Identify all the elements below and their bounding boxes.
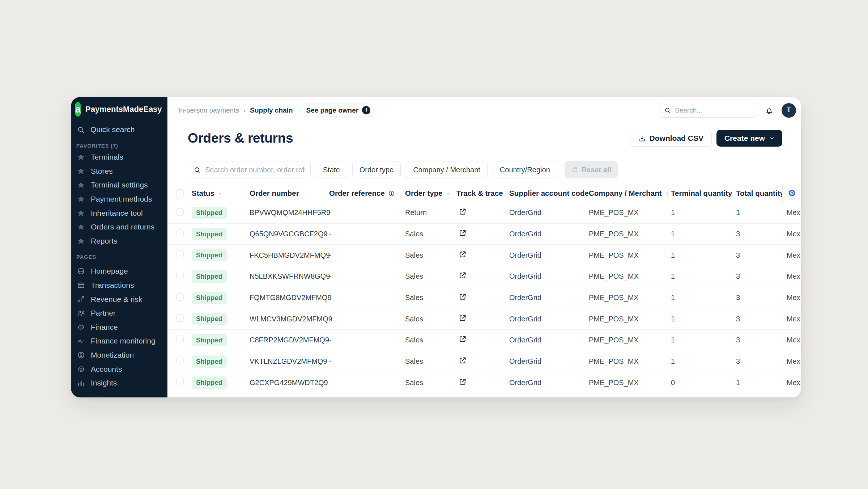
order-search-input[interactable]: [205, 166, 305, 174]
row-checkbox[interactable]: [176, 208, 184, 216]
filter-caret-icon: [665, 191, 670, 196]
column-header-company-merchant[interactable]: Company / Merchant: [589, 189, 671, 198]
star-icon: [77, 237, 85, 245]
sidebar-item-inheritance-tool[interactable]: Inheritance tool: [71, 206, 167, 220]
order-number-cell: BPVWQMQM24HHF5R9: [250, 208, 329, 217]
terminal-quantity-cell: 1: [671, 336, 736, 344]
external-link-icon[interactable]: [458, 250, 467, 259]
table-header-row: StatusOrder numberOrder referenceOrder t…: [167, 184, 801, 202]
external-link-icon[interactable]: [458, 229, 467, 237]
external-link-icon[interactable]: [458, 314, 467, 323]
table-row[interactable]: ShippedWLMCV3MGDV2MFMQ9-SalesOrderGridPM…: [167, 308, 801, 330]
download-csv-button[interactable]: Download CSV: [630, 130, 712, 147]
order-number-cell: N5LBXKSWFRNW8GQ9: [250, 272, 329, 281]
row-checkbox[interactable]: [176, 314, 184, 322]
status-badge: Shipped: [192, 376, 227, 389]
external-link-icon[interactable]: [458, 207, 467, 216]
order-search: [188, 161, 311, 178]
sidebar-item-label: Finance monitoring: [91, 337, 156, 345]
sidebar-item-insights[interactable]: Insights: [71, 376, 167, 390]
column-header-status[interactable]: Status: [192, 189, 250, 198]
notifications-bell-icon[interactable]: [765, 106, 774, 115]
external-link-icon[interactable]: [458, 335, 467, 343]
filter-pill-state[interactable]: State: [316, 161, 347, 178]
sidebar-item-reports[interactable]: Reports: [71, 234, 167, 248]
company-merchant-cell: PME_POS_MX: [589, 294, 671, 302]
sidebar-item-homepage[interactable]: Homepage: [71, 264, 167, 278]
row-checkbox[interactable]: [176, 250, 184, 258]
user-avatar[interactable]: T: [782, 103, 796, 118]
sidebar-header: a PaymentsMadeEasy: [71, 100, 167, 119]
filter-pill-order-type[interactable]: Order type: [352, 161, 401, 178]
row-checkbox[interactable]: [176, 229, 184, 237]
sidebar-item-partner[interactable]: Partner: [71, 306, 167, 320]
total-quantity-cell: 1: [736, 208, 782, 217]
title-row: Orders & returns Download CSV Create new: [188, 130, 782, 147]
status-badge: Shipped: [192, 207, 227, 219]
select-all-checkbox[interactable]: [176, 189, 184, 197]
global-search: [659, 103, 757, 118]
order-reference-cell: -: [329, 336, 405, 344]
table-row[interactable]: ShippedFQMTG8MGDV2MFMQ9-SalesOrderGridPM…: [167, 287, 801, 309]
sidebar-item-label: Payment methods: [91, 195, 152, 203]
sidebar-item-terminal-settings[interactable]: Terminal settings: [71, 178, 167, 192]
sidebar-item-finance-monitoring[interactable]: Finance monitoring: [71, 334, 167, 348]
settings-gear-icon[interactable]: [788, 189, 796, 197]
see-page-owner-button[interactable]: See page owner i: [299, 104, 374, 117]
sidebar-sections: FAVORITES (7)TerminalsStoresTerminal set…: [71, 137, 167, 390]
external-link-icon[interactable]: [458, 378, 467, 386]
table-row[interactable]: ShippedFKC5HBMGDV2MFMQ9-SalesOrderGridPM…: [167, 245, 801, 266]
column-settings-cell: [782, 184, 801, 202]
filter-pill-company-merchant[interactable]: Company / Merchant: [406, 161, 488, 178]
sidebar-item-label: Homepage: [91, 267, 128, 275]
sidebar-item-label: Terminals: [91, 153, 123, 161]
sidebar-item-orders-and-returns[interactable]: Orders and returns: [71, 220, 167, 234]
row-checkbox[interactable]: [176, 272, 184, 279]
order-type-cell: Sales: [405, 251, 456, 260]
column-header-order-type[interactable]: Order type: [405, 189, 456, 198]
global-search-input[interactable]: [675, 106, 752, 114]
terminal-quantity-cell: 1: [671, 272, 736, 281]
company-merchant-cell: PME_POS_MX: [589, 336, 671, 344]
column-header-order-number: Order number: [250, 189, 329, 198]
external-link-icon[interactable]: [458, 292, 467, 301]
select-all-cell: [167, 189, 192, 197]
company-merchant-cell: PME_POS_MX: [589, 230, 671, 238]
sidebar-item-monetization[interactable]: Monetization: [71, 348, 167, 362]
create-new-button[interactable]: Create new: [716, 130, 782, 147]
table-row[interactable]: ShippedVKTLNZLGDV2MFMQ9-SalesOrderGridPM…: [167, 351, 801, 372]
table-row[interactable]: ShippedC8FRP2MGDV2MFMQ9-SalesOrderGridPM…: [167, 330, 801, 351]
orders-table: StatusOrder numberOrder referenceOrder t…: [167, 184, 801, 393]
order-type-cell: Sales: [405, 357, 456, 366]
country-cell: Mexico: [782, 357, 801, 366]
topbar: In-person payments › Supply chain See pa…: [167, 97, 801, 118]
filter-pill-country-region[interactable]: Country/Region: [493, 161, 557, 178]
quick-search[interactable]: Quick search: [71, 122, 167, 137]
sidebar-item-finance[interactable]: Finance: [71, 320, 167, 334]
sidebar-item-stores[interactable]: Stores: [71, 164, 167, 178]
table-row[interactable]: ShippedG2CXPG429MWDT2Q9-SalesOrderGridPM…: [167, 372, 801, 394]
reset-all-button[interactable]: Reset all: [565, 161, 618, 178]
breadcrumb-item[interactable]: In-person payments: [178, 106, 239, 114]
table-row[interactable]: ShippedQ65QN9VGCGBCF2Q9-SalesOrderGridPM…: [167, 224, 801, 245]
order-number-cell: G2CXPG429MWDT2Q9: [250, 379, 329, 387]
sidebar-item-revenue-risk[interactable]: Revenue & risk: [71, 292, 167, 306]
sidebar-item-payment-methods[interactable]: Payment methods: [71, 192, 167, 206]
star-icon: [77, 195, 85, 203]
table-row[interactable]: ShippedN5LBXKSWFRNW8GQ9-SalesOrderGridPM…: [167, 266, 801, 287]
order-number-cell: C8FRP2MGDV2MFMQ9: [250, 336, 329, 344]
row-checkbox[interactable]: [176, 336, 184, 343]
row-checkbox[interactable]: [176, 378, 184, 385]
sidebar-item-accounts[interactable]: Accounts: [71, 362, 167, 376]
table-row[interactable]: ShippedBPVWQMQM24HHF5R9-ReturnOrderGridP…: [167, 202, 801, 224]
terminal-quantity-cell: 1: [671, 357, 736, 366]
external-link-icon[interactable]: [458, 356, 467, 365]
order-number-cell: Q65QN9VGCGBCF2Q9: [250, 230, 329, 238]
row-checkbox[interactable]: [176, 357, 184, 364]
info-icon: i: [362, 106, 370, 114]
external-link-icon[interactable]: [458, 271, 467, 280]
status-badge: Shipped: [192, 313, 227, 325]
row-checkbox[interactable]: [176, 293, 184, 301]
sidebar-item-transactions[interactable]: Transactions: [71, 278, 167, 292]
sidebar-item-terminals[interactable]: Terminals: [71, 150, 167, 164]
